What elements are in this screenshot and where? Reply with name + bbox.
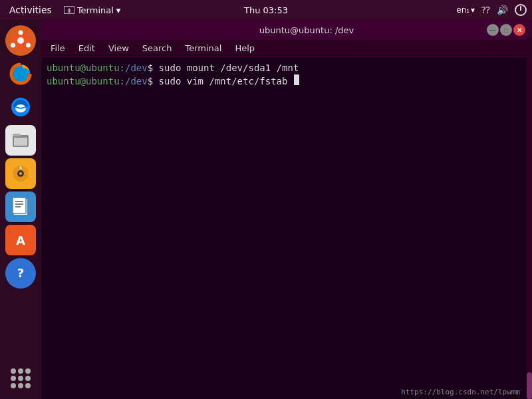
- svg-point-13: [19, 172, 22, 175]
- svg-point-4: [26, 43, 31, 48]
- top-bar-right: en₁ ▾ ⁇ 🔊: [456, 4, 527, 16]
- svg-rect-9: [13, 134, 21, 136]
- sound-icon[interactable]: 🔊: [497, 5, 508, 15]
- prompt-user-1: ubuntu@ubuntu:: [47, 61, 125, 74]
- menu-file[interactable]: File: [45, 42, 70, 55]
- menu-terminal[interactable]: Terminal: [180, 42, 227, 55]
- terminal-title: ubuntu@ubuntu: /dev: [259, 25, 354, 35]
- window-controls: — □ ✕: [487, 24, 525, 36]
- svg-rect-10: [14, 138, 27, 146]
- activities-button[interactable]: Activities: [5, 3, 56, 17]
- files-icon[interactable]: [5, 125, 36, 156]
- prompt-user-2: ubuntu@ubuntu:: [47, 74, 125, 88]
- terminal-cursor: [294, 74, 299, 85]
- menu-search[interactable]: Search: [137, 42, 178, 55]
- language-label: en₁: [456, 5, 469, 15]
- prompt-sym-2: $: [148, 74, 153, 88]
- menu-edit[interactable]: Edit: [73, 42, 100, 55]
- help-icon[interactable]: ?: [5, 258, 36, 289]
- writer-icon[interactable]: [5, 192, 36, 222]
- menu-bar: File Edit View Search Terminal Help: [41, 40, 531, 57]
- firefox-icon[interactable]: [5, 59, 36, 89]
- prompt-path-1: /dev: [125, 61, 148, 74]
- url-hint: https://blog.csdn.net/lpwmm: [401, 388, 520, 396]
- ubuntu-icon[interactable]: [5, 25, 36, 56]
- scrollbar-thumb[interactable]: [527, 372, 532, 399]
- appstore-icon[interactable]: A: [5, 225, 36, 255]
- terminal-taskbar-icon: ▮: [64, 6, 74, 14]
- command-line-1: ubuntu@ubuntu:/dev$ sudo mount /dev/sda1…: [47, 61, 525, 74]
- close-button[interactable]: ✕: [513, 24, 525, 36]
- top-bar: Activities ▮ Terminal ▾ Thu 03:53 en₁ ▾ …: [0, 0, 532, 20]
- rhythmbox-icon[interactable]: [5, 158, 36, 189]
- top-bar-left: Activities ▮ Terminal ▾: [5, 3, 120, 17]
- sidebar: A ?: [0, 20, 41, 399]
- power-icon[interactable]: [515, 4, 527, 16]
- svg-point-1: [17, 37, 24, 44]
- terminal-content[interactable]: ubuntu@ubuntu:/dev$ sudo mount /dev/sda1…: [41, 57, 531, 399]
- menu-help[interactable]: Help: [229, 42, 260, 55]
- thunderbird-icon[interactable]: [5, 92, 36, 122]
- minimize-button[interactable]: —: [487, 24, 499, 36]
- language-chevron: ▾: [471, 5, 475, 15]
- svg-rect-15: [13, 198, 26, 213]
- terminal-taskbar-label: Terminal: [77, 5, 114, 15]
- svg-point-2: [19, 31, 23, 35]
- datetime-display: Thu 03:53: [244, 5, 288, 15]
- command-line-2: ubuntu@ubuntu:/dev$ sudo vim /mnt/etc/fs…: [47, 74, 525, 88]
- language-selector[interactable]: en₁ ▾: [456, 5, 475, 15]
- menu-view[interactable]: View: [103, 42, 134, 55]
- scrollbar-track[interactable]: [527, 37, 532, 399]
- svg-text:A: A: [16, 233, 25, 247]
- terminal-window: ubuntu@ubuntu: /dev — □ ✕ File Edit View…: [41, 20, 531, 399]
- maximize-button[interactable]: □: [500, 24, 512, 36]
- terminal-titlebar: ubuntu@ubuntu: /dev — □ ✕: [41, 20, 531, 40]
- cmd-text-2: sudo vim /mnt/etc/fstab: [153, 74, 293, 88]
- prompt-sym-1: $: [148, 61, 153, 74]
- svg-point-3: [11, 43, 15, 48]
- apps-grid-icon: [11, 368, 31, 388]
- terminal-dropdown-icon: ▾: [116, 5, 121, 15]
- prompt-path-2: /dev: [125, 74, 148, 88]
- network-icon[interactable]: ⁇: [481, 5, 490, 15]
- apps-icon[interactable]: [5, 363, 36, 394]
- terminal-taskbar-button[interactable]: ▮ Terminal ▾: [64, 5, 120, 15]
- cmd-text-1: sudo mount /dev/sda1 /mnt: [153, 61, 299, 74]
- svg-text:?: ?: [17, 266, 24, 280]
